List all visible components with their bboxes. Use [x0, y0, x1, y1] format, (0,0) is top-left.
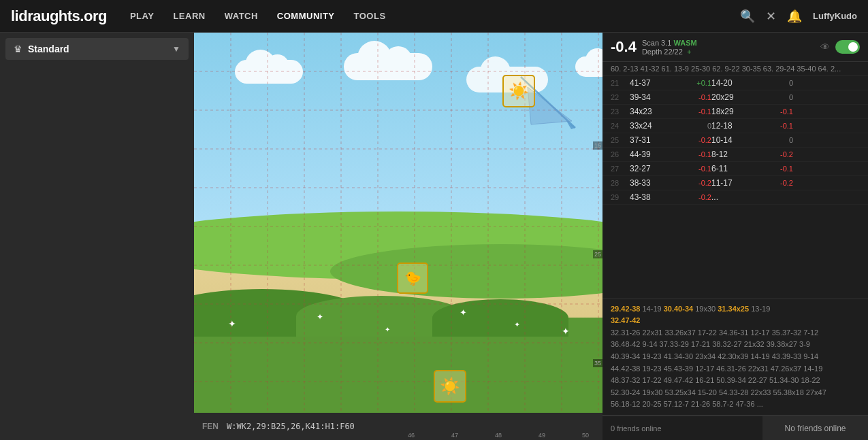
move-black[interactable]: 12-18: [711, 121, 759, 131]
analysis-line-6: 48.37-32 17-22 49.47-42 16-21 50.39-34 2…: [611, 375, 860, 387]
mode-label: Standard: [28, 44, 172, 54]
analysis-lines: 29.42-38 14-19 30.40-34 19x30 31.34x25 1…: [602, 299, 868, 416]
move-white-score: -0.2: [677, 193, 711, 201]
move-white-score: -0.2: [677, 136, 711, 144]
grid: [194, 33, 602, 413]
move-white[interactable]: 32-27: [630, 164, 677, 173]
move-black-score: -0.1: [759, 107, 793, 116]
nav-tools[interactable]: TOOLS: [347, 7, 393, 25]
move-number: 22: [611, 93, 630, 101]
row-label-15: 15: [593, 141, 602, 150]
friends-count: 0 friends online: [611, 424, 662, 433]
table-row: 23 34x23 -0.1 18x29 -0.1: [602, 105, 868, 119]
table-row: 27 32-27 -0.1 6-11 -0.1: [602, 162, 868, 176]
col-labels: 46 47 48 49 50: [408, 432, 589, 439]
score-value: -0.4: [611, 38, 637, 56]
col-50: 50: [582, 432, 589, 439]
analysis-line-3: 36.48-42 9-14 37.33-29 17-21 38.32-27 21…: [611, 339, 860, 351]
move-line: 60. 2-13 41-32 61. 13-9 25-30 62. 9-22 3…: [602, 62, 868, 76]
move-number: 29: [611, 193, 630, 201]
table-row: 26 44-39 -0.1 8-12 -0.2: [602, 148, 868, 162]
move-white-score: -0.1: [677, 93, 711, 101]
fen-value[interactable]: W:WK2,29:B25,26,K41:H1:F60: [227, 422, 355, 431]
move-white[interactable]: 39-34: [630, 92, 677, 102]
logo[interactable]: lidraughts.org: [11, 7, 107, 25]
move-black[interactable]: 10-14: [711, 135, 759, 145]
move-white-score: -0.1: [677, 150, 711, 158]
moves-table: 21 41-37 +0.1 14-20 0 22 39-34 -0.1 20x2…: [602, 76, 868, 299]
move-white[interactable]: 33x24: [630, 121, 677, 131]
nav-play[interactable]: PLAY: [123, 7, 161, 25]
analysis-line-0: 29.42-38 14-19 30.40-34 19x30 31.34x25 1…: [611, 303, 860, 316]
move-black[interactable]: ...: [711, 192, 759, 202]
crown-icon: ♛: [14, 44, 22, 54]
move-number: 25: [611, 136, 630, 144]
engine-depth: Depth 22/22 +: [642, 48, 697, 56]
move-white[interactable]: 34x23: [630, 107, 677, 116]
analysis-line-1: 32.47-42: [611, 315, 860, 327]
analysis-line-4: 40.39-34 19-23 41.34-30 23x34 42.30x39 1…: [611, 351, 860, 363]
nav-community[interactable]: COMMUNITY: [270, 7, 342, 25]
move-black[interactable]: 6-11: [711, 164, 759, 173]
friends-panel: No friends online: [762, 416, 868, 440]
col-49: 49: [539, 432, 545, 439]
analysis-panel: -0.4 Scan 3.1 WASM Depth 22/22 + 👁 60. 2…: [602, 33, 868, 440]
move-number: 23: [611, 107, 630, 116]
fen-label: FEN: [202, 422, 219, 431]
table-row: 22 39-34 -0.1 20x29 0: [602, 90, 868, 105]
move-white[interactable]: 38-33: [630, 178, 677, 188]
board-container: ✦ ✦ ✦ ✦ ✦ ✦ ✦ ✦ ✦: [194, 33, 602, 413]
move-number: 21: [611, 79, 630, 87]
table-row: 21 41-37 +0.1 14-20 0: [602, 76, 868, 90]
move-white-score: -0.1: [677, 165, 711, 173]
score-header: -0.4 Scan 3.1 WASM Depth 22/22 + 👁: [602, 33, 868, 62]
nav-learn[interactable]: LEARN: [166, 7, 212, 25]
move-black-score: 0: [759, 79, 793, 87]
piece-midleft[interactable]: 🐤: [397, 263, 428, 294]
move-white[interactable]: 37-31: [630, 135, 677, 145]
wasm-label: WASM: [673, 39, 696, 47]
analysis-line-2: 32.31-26 22x31 33.26x37 17-22 34.36-31 1…: [611, 327, 860, 339]
move-black-score: -0.2: [759, 179, 793, 187]
username[interactable]: LuffyKudo: [813, 11, 857, 21]
header-right: 🔍 ✕ 🔔 LuffyKudo: [740, 9, 857, 24]
table-row: 24 33x24 0 12-18 -0.1: [602, 119, 868, 133]
move-black-score: -0.1: [759, 122, 793, 130]
move-black[interactable]: 18x29: [711, 107, 759, 116]
piece-king-top[interactable]: ☀️: [502, 75, 535, 107]
engine-toggle[interactable]: [835, 40, 860, 54]
depth-plus[interactable]: +: [687, 48, 691, 56]
bell-icon[interactable]: 🔔: [787, 9, 802, 24]
move-black[interactable]: 8-12: [711, 150, 759, 159]
piece-king-bottom[interactable]: ☀️: [434, 370, 466, 403]
search-icon[interactable]: 🔍: [740, 9, 755, 24]
move-black-score: 0: [759, 136, 793, 144]
score-controls: 👁: [820, 40, 860, 54]
col-47: 47: [451, 432, 458, 439]
move-white-score: +0.1: [677, 79, 711, 87]
move-black[interactable]: 14-20: [711, 78, 759, 88]
engine-info: Scan 3.1 WASM Depth 22/22 +: [642, 39, 697, 56]
table-row: 28 38-33 -0.2 11-17 -0.2: [602, 176, 868, 190]
board-area: ✦ ✦ ✦ ✦ ✦ ✦ ✦ ✦ ✦: [194, 33, 602, 440]
col-46: 46: [408, 432, 415, 439]
eye-icon[interactable]: 👁: [820, 41, 830, 52]
analysis-line-5: 44.42-38 19-23 45.43-39 12-17 46.31-26 2…: [611, 363, 860, 375]
move-black-score: -0.1: [759, 165, 793, 173]
sidebar: ♛ Standard ▼: [0, 33, 194, 440]
nav-watch[interactable]: WATCH: [218, 7, 265, 25]
move-white[interactable]: 41-37: [630, 78, 677, 88]
row-labels: 15 25 35: [590, 33, 602, 413]
move-white[interactable]: 44-39: [630, 150, 677, 159]
move-white-score: -0.2: [677, 179, 711, 187]
move-black[interactable]: 11-17: [711, 178, 759, 188]
main-nav: PLAY LEARN WATCH COMMUNITY TOOLS: [123, 7, 393, 25]
fen-bar: FEN W:WK2,29:B25,26,K41:H1:F60 46 47 48 …: [194, 413, 602, 440]
mode-selector[interactable]: ♛ Standard ▼: [5, 38, 189, 60]
analysis-line-8: 56.18-12 20-25 57.12-7 21-26 58.7-2 47-3…: [611, 399, 860, 411]
move-black[interactable]: 20x29: [711, 92, 759, 102]
row-label-35: 35: [593, 359, 602, 367]
close-icon[interactable]: ✕: [766, 9, 776, 24]
header: lidraughts.org PLAY LEARN WATCH COMMUNIT…: [0, 0, 868, 33]
move-white[interactable]: 43-38: [630, 192, 677, 202]
